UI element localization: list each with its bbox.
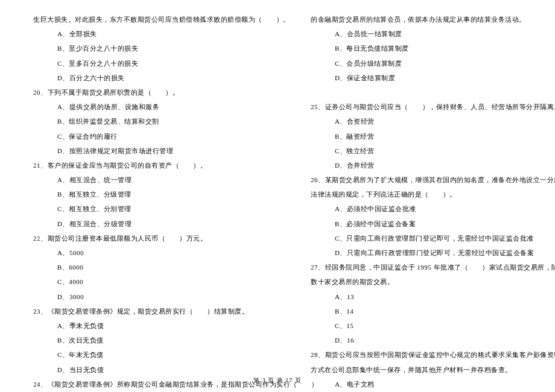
q20-option-c: C、保证合约的履行 [33,129,256,144]
q26-option-a: A、必须经中国证监会批准 [311,201,534,216]
q24-option-c: C、会员分级结算制度 [311,56,534,71]
q22-option-c: C、4000 [33,274,256,289]
q21-option-c: C、相互独立、分别管理 [33,201,256,216]
page-content: 生巨大损失。对此损失，东方不败期货公司应当赔偿独孤求败的赔偿额为（ ）。 A、全… [0,0,555,392]
q22-option-d: D、3000 [33,289,256,304]
q28-line1: 28、期货公司应当按照中国期货保证金监控中心规定的格式要求采集客户影像资料，以（… [311,347,534,362]
q19-option-b: B、至少百分之八十的损失 [33,41,256,55]
q21-option-b: B、相互独立、分级管理 [33,187,256,201]
q27-option-c: C、15 [311,318,534,333]
q19-option-a: A、全部损失 [33,27,256,41]
q27-option-b: B、14 [311,304,534,318]
q24-option-b: B、每日无负债结算制度 [311,41,534,55]
q20-option-d: D、按照法律规定对期货市场进行管理 [33,144,256,158]
page-footer: 第 3 页 共 17 页 [0,376,555,385]
q25-option-b: B、融资经营 [311,129,534,144]
q26-line2: 法律法规的规定，下列说法正确的是（ ）。 [311,187,534,201]
right-column: 的金融期货交易所的结算会员，依据本办法规定从事的结算业务活动。 A、会员统一结算… [311,12,534,391]
q26-option-c: C、只需向工商行政管理部门登记即可，无需经过中国证监会批准 [311,231,534,245]
q20-text: 20、下列不属于期货交易所职责的是（ ）。 [33,85,256,100]
q21-option-a: A、相互混合、统一管理 [33,172,256,187]
q26-option-b: B、必须经中国证监会备案 [311,217,534,231]
q20-option-b: B、组织并监督交易、结算和交割 [33,114,256,128]
q21-option-d: D、相互混合、分级管理 [33,217,256,231]
q27-line1: 27、经国务院同意，中国证监会于 1995 年批准了（ ）家试点期货交易所，陆续… [311,260,534,274]
q25-option-c: C、独立经营 [311,144,534,158]
q23-option-b: B、次日无负债 [33,333,256,347]
left-column: 生巨大损失。对此损失，东方不败期货公司应当赔偿独孤求败的赔偿额为（ ）。 A、全… [33,12,256,391]
q23-option-c: C、年末无负债 [33,347,256,362]
q19-option-d: D、百分之六十的损失 [33,71,256,85]
spacer [311,85,534,100]
q19-option-c: C、至多百分之八十的损失 [33,56,256,71]
q23-text: 23、《期货交易管理条例》规定，期货交易所实行（ ）结算制度。 [33,304,256,318]
q20-option-a: A、提供交易的场所、设施和服务 [33,100,256,114]
q25-option-d: D、合并经营 [311,158,534,172]
q27-option-a: A、13 [311,289,534,304]
q25-option-a: A、合资经营 [311,114,534,128]
q23-option-d: D、当日无负债 [33,362,256,377]
q22-option-a: A、5000 [33,245,256,260]
q21-text: 21、客户的保证金应当与期货公司的自有资产（ ）。 [33,158,256,172]
q22-text: 22、期货公司注册资本最低限额为人民币（ ）万元。 [33,231,256,245]
q24-option-a: A、会员统一结算制度 [311,27,534,41]
q24-continuation: 的金融期货交易所的结算会员，依据本办法规定从事的结算业务活动。 [311,12,534,27]
q27-line2: 数十家交易所的期货交易。 [311,274,534,289]
q28-line2: 方式在公司总部集中统一保存，并随其他开户材料一并存档备查。 [311,362,534,377]
q19-continuation: 生巨大损失。对此损失，东方不败期货公司应当赔偿独孤求败的赔偿额为（ ）。 [33,12,256,27]
q24-option-d: D、保证金结算制度 [311,71,534,85]
q27-option-d: D、16 [311,333,534,347]
q25-text: 25、证券公司与期货公司应当（ ），保持财务、人员、经营场所等分开隔离。 [311,100,534,114]
q23-option-a: A、季末无负债 [33,318,256,333]
q26-option-d: D、只需向工商行政管理部门登记即可，无需经过中国证监会备案 [311,245,534,260]
q22-option-b: B、6000 [33,260,256,274]
q26-line1: 26、某期货交易所为了扩大规模，增强其在国内的知名度，准备在外地设立一分所，根据… [311,172,534,187]
